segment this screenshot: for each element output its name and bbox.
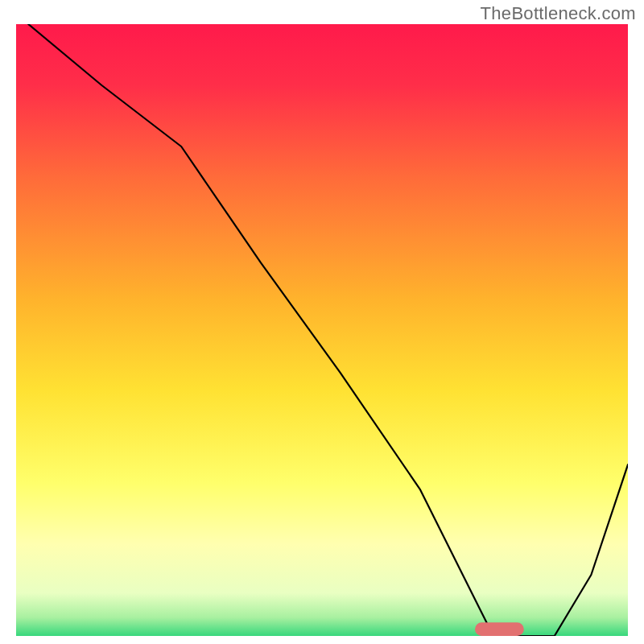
- target-marker: [475, 622, 524, 636]
- marker-layer: [475, 622, 524, 636]
- plot-area: [16, 24, 628, 636]
- chart-container: TheBottleneck.com: [0, 0, 644, 644]
- gradient-background: [16, 24, 628, 636]
- watermark-text: TheBottleneck.com: [481, 3, 636, 24]
- chart-svg: [16, 24, 628, 636]
